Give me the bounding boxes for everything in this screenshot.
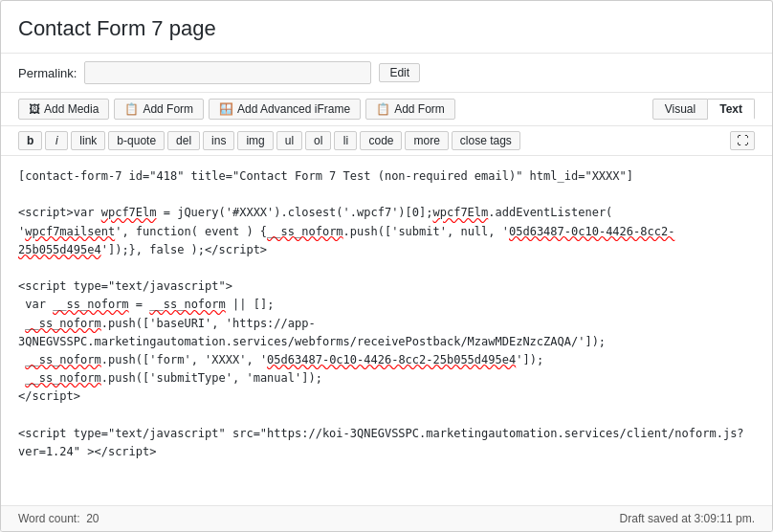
bold-button[interactable]: b [18,131,42,150]
permalink-label: Permalink: [18,66,77,80]
code-line-4: <script type="text/javascript"> [18,277,755,296]
visual-tab[interactable]: Visual [652,99,708,120]
page-container: Contact Form 7 page Permalink: Edit 🖼 Ad… [0,0,773,532]
code-line-9: </script> [18,388,755,406]
word-count: Word count: 20 [18,512,99,525]
draft-saved: Draft saved at 3:09:11 pm. [620,512,755,525]
expand-button[interactable]: ⛶ [730,131,755,150]
add-media-icon: 🖼 [29,102,40,116]
del-button[interactable]: del [167,131,200,150]
code-line-1: [contact-form-7 id="418" title="Contact … [18,167,755,186]
add-form-icon: 📋 [124,102,139,116]
add-media-label: Add Media [44,102,99,116]
footer-row: Word count: 20 Draft saved at 3:09:11 pm… [1,506,772,531]
code-line-10: <script type="text/javascript" src="http… [18,425,755,461]
italic-button[interactable]: i [45,131,68,150]
code-line-8: __ss_noform.push(['submitType', 'manual'… [18,369,755,388]
ol-button[interactable]: ol [305,131,331,150]
code-line-6: __ss_noform.push(['baseURI', 'https://ap… [18,315,755,351]
page-title: Contact Form 7 page [1,1,772,54]
add-form2-icon: 📋 [376,102,390,116]
permalink-row: Permalink: Edit [1,54,772,93]
format-row: b i link b-quote del ins img ul ol li co… [1,126,772,156]
ins-button[interactable]: ins [203,131,234,150]
link-button[interactable]: link [71,131,105,150]
code-line-7: __ss_noform.push(['form', 'XXXX', '05d63… [18,351,755,369]
code-line-5: var __ss_noform = __ss_noform || []; [18,296,755,314]
word-count-value: 20 [86,512,99,525]
edit-permalink-button[interactable]: Edit [379,63,420,82]
add-form-button[interactable]: 📋 Add Form [114,99,204,120]
ul-button[interactable]: ul [276,131,302,150]
add-advanced-iframe-button[interactable]: 🪟 Add Advanced iFrame [209,99,361,120]
text-tab[interactable]: Text [708,99,755,120]
toolbar-row: 🖼 Add Media 📋 Add Form 🪟 Add Advanced iF… [1,93,772,126]
code-line-3: 'wpcf7mailsent', function( event ) {__ss… [18,223,755,259]
word-count-label: Word count: [18,512,79,525]
li-button[interactable]: li [334,131,357,150]
add-media-button[interactable]: 🖼 Add Media [18,99,109,120]
img-button[interactable]: img [237,131,273,150]
visual-text-tabs: Visual Text [652,99,755,120]
add-form2-label: Add Form [394,102,445,116]
permalink-value [84,61,371,84]
add-iframe-label: Add Advanced iFrame [237,102,350,116]
add-iframe-icon: 🪟 [219,102,233,116]
close-tags-button[interactable]: close tags [452,131,520,150]
add-form-label: Add Form [143,102,193,116]
add-form-button-2[interactable]: 📋 Add Form [365,99,455,120]
editor-area[interactable]: [contact-form-7 id="418" title="Contact … [1,156,772,506]
code-line-2: <script>var wpcf7Elm = jQuery('#XXXX').c… [18,204,755,222]
bquote-button[interactable]: b-quote [108,131,165,150]
more-button[interactable]: more [405,131,448,150]
code-button[interactable]: code [360,131,402,150]
